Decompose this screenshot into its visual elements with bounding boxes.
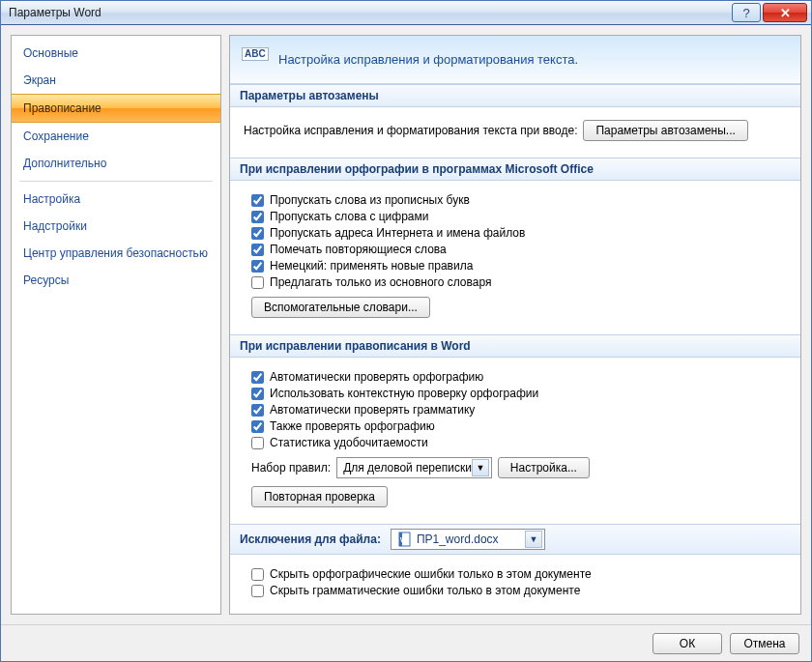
exceptions-file-name: ПР1_word.docx bbox=[417, 532, 525, 546]
sidebar-item-resources[interactable]: Ресурсы bbox=[12, 267, 220, 294]
section-spell-office-header: При исправлении орфографии в программах … bbox=[230, 158, 800, 181]
autocorrect-desc: Настройка исправления и форматирования т… bbox=[244, 124, 577, 137]
chevron-down-icon: ▼ bbox=[472, 459, 489, 476]
section-spell-word-body: Автоматически проверять орфографию Испол… bbox=[230, 358, 800, 524]
check-uppercase-label: Пропускать слова из прописных букв bbox=[270, 193, 470, 207]
check-repeated-label: Помечать повторяющиеся слова bbox=[270, 243, 447, 256]
check-numbers[interactable] bbox=[251, 211, 264, 223]
grammar-settings-button[interactable]: Настройка... bbox=[498, 457, 590, 478]
check-readability[interactable] bbox=[251, 437, 264, 449]
content-pane: ABC Настройка исправления и форматирован… bbox=[229, 35, 801, 615]
recheck-button[interactable]: Повторная проверка bbox=[251, 486, 388, 507]
check-also-spell-label: Также проверять орфографию bbox=[270, 419, 435, 433]
autocorrect-options-button[interactable]: Параметры автозамены... bbox=[583, 120, 747, 141]
check-urls-label: Пропускать адреса Интернета и имена файл… bbox=[270, 226, 525, 240]
check-german[interactable] bbox=[251, 260, 264, 273]
section-autocorrect-header: Параметры автозамены bbox=[230, 84, 800, 107]
check-main-dict[interactable] bbox=[251, 276, 264, 289]
svg-text:W: W bbox=[400, 536, 407, 543]
sidebar-item-customize[interactable]: Настройка bbox=[12, 186, 220, 213]
custom-dictionaries-button[interactable]: Вспомогательные словари... bbox=[251, 297, 430, 318]
page-title: Настройка исправления и форматирования т… bbox=[278, 52, 578, 67]
close-button[interactable]: ✕ bbox=[763, 3, 807, 22]
ok-button[interactable]: ОК bbox=[652, 633, 722, 654]
check-hide-grammar[interactable] bbox=[251, 585, 264, 597]
section-spell-word-header: При исправлении правописания в Word bbox=[230, 334, 800, 358]
check-readability-label: Статистика удобочитаемости bbox=[270, 436, 428, 449]
check-uppercase[interactable] bbox=[251, 194, 264, 207]
check-context-spell[interactable] bbox=[251, 388, 264, 400]
check-hide-spell[interactable] bbox=[251, 568, 264, 581]
check-main-dict-label: Предлагать только из основного словаря bbox=[270, 275, 491, 289]
word-doc-icon: W bbox=[397, 532, 413, 547]
ruleset-value: Для деловой переписки bbox=[343, 461, 472, 475]
sidebar-divider-1 bbox=[19, 181, 213, 182]
check-auto-spell-label: Автоматически проверять орфографию bbox=[270, 370, 483, 384]
category-sidebar: Основные Экран Правописание Сохранение Д… bbox=[11, 35, 221, 615]
check-auto-grammar-label: Автоматически проверять грамматику bbox=[270, 403, 475, 417]
section-autocorrect-body: Настройка исправления и форматирования т… bbox=[230, 107, 800, 158]
check-context-spell-label: Использовать контекстную проверку орфогр… bbox=[270, 387, 538, 400]
cancel-button[interactable]: Отмена bbox=[730, 633, 799, 654]
dialog-body: Основные Экран Правописание Сохранение Д… bbox=[1, 25, 811, 624]
ruleset-combo[interactable]: Для деловой переписки ▼ bbox=[336, 457, 492, 478]
section-spell-office-body: Пропускать слова из прописных букв Пропу… bbox=[230, 181, 800, 334]
window-title: Параметры Word bbox=[9, 6, 730, 19]
sidebar-item-display[interactable]: Экран bbox=[12, 67, 220, 94]
options-dialog: Параметры Word ? ✕ Основные Экран Правоп… bbox=[0, 0, 812, 662]
page-header: ABC Настройка исправления и форматирован… bbox=[230, 36, 800, 84]
exceptions-file-combo[interactable]: W ПР1_word.docx ▼ bbox=[391, 529, 545, 550]
titlebar-buttons: ? ✕ bbox=[730, 3, 807, 22]
sidebar-item-save[interactable]: Сохранение bbox=[12, 123, 220, 150]
check-auto-grammar[interactable] bbox=[251, 404, 264, 417]
sidebar-item-general[interactable]: Основные bbox=[12, 40, 220, 67]
ruleset-label: Набор правил: bbox=[251, 461, 331, 475]
help-button[interactable]: ? bbox=[732, 3, 761, 22]
chevron-down-icon: ▼ bbox=[525, 531, 542, 548]
sidebar-item-trust-center[interactable]: Центр управления безопасностью bbox=[12, 240, 220, 267]
section-exceptions-body: Скрыть орфографические ошибки только в э… bbox=[230, 555, 800, 614]
check-hide-spell-label: Скрыть орфографические ошибки только в э… bbox=[270, 567, 592, 581]
proofing-icon: ABC bbox=[242, 46, 269, 73]
titlebar[interactable]: Параметры Word ? ✕ bbox=[1, 1, 811, 25]
sidebar-item-advanced[interactable]: Дополнительно bbox=[12, 150, 220, 177]
section-exceptions-header: Исключения для файла: W ПР1_word.docx ▼ bbox=[230, 524, 800, 555]
check-german-label: Немецкий: применять новые правила bbox=[270, 259, 473, 273]
dialog-footer: ОК Отмена bbox=[1, 624, 811, 661]
check-urls[interactable] bbox=[251, 227, 264, 240]
check-repeated[interactable] bbox=[251, 244, 264, 256]
check-numbers-label: Пропускать слова с цифрами bbox=[270, 210, 428, 223]
exceptions-title: Исключения для файла: bbox=[240, 532, 381, 546]
check-also-spell[interactable] bbox=[251, 420, 264, 433]
check-auto-spell[interactable] bbox=[251, 371, 264, 384]
check-hide-grammar-label: Скрыть грамматические ошибки только в эт… bbox=[270, 584, 580, 597]
sidebar-item-proofing[interactable]: Правописание bbox=[12, 94, 220, 123]
sidebar-item-addins[interactable]: Надстройки bbox=[12, 213, 220, 240]
